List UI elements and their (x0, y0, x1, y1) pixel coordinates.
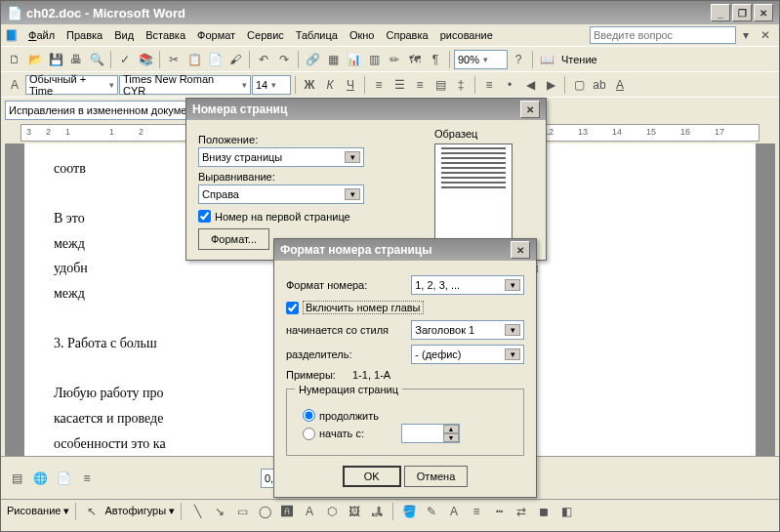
arrow-icon[interactable]: ↘ (210, 502, 229, 521)
preview-icon[interactable]: 🔍 (87, 50, 106, 69)
line-style-icon[interactable]: ≡ (467, 502, 486, 521)
alignment-combo[interactable]: Справа▾ (198, 184, 364, 204)
redo-icon[interactable]: ↷ (274, 50, 294, 69)
select-icon[interactable]: ↖ (82, 502, 102, 521)
research-icon[interactable]: 📚 (136, 50, 155, 69)
docmap-icon[interactable]: 🗺 (405, 50, 425, 69)
position-combo[interactable]: Внизу страницы▾ (198, 147, 364, 167)
highlight-icon[interactable]: ab (590, 75, 609, 95)
show-marks-icon[interactable]: ¶ (426, 50, 445, 69)
oval-icon[interactable]: ◯ (255, 502, 274, 521)
format-button[interactable]: Формат... (198, 228, 269, 250)
number-format-combo[interactable]: 1, 2, 3, ...▾ (411, 275, 524, 295)
dlg1-close-button[interactable]: ✕ (520, 101, 540, 118)
font-color-icon[interactable]: A (610, 75, 630, 95)
zoom-combo[interactable]: 90%▾ (454, 50, 508, 69)
ok-button[interactable]: OK (343, 466, 401, 487)
chapter-style-combo[interactable]: Заголовок 1▾ (411, 320, 524, 340)
include-chapter-checkbox[interactable] (286, 302, 299, 314)
align-left-icon[interactable]: ≡ (369, 75, 389, 95)
view-normal-icon[interactable]: ▤ (7, 469, 26, 488)
help-icon[interactable]: ? (509, 50, 528, 69)
diagram-icon[interactable]: ⬡ (322, 502, 342, 521)
picture-icon[interactable]: 🏞 (367, 502, 387, 521)
styles-pane-icon[interactable]: A (5, 75, 24, 95)
format-painter-icon[interactable]: 🖌 (226, 50, 245, 69)
help-search-input[interactable] (590, 26, 736, 44)
align-right-icon[interactable]: ≡ (410, 75, 430, 95)
open-icon[interactable]: 📂 (25, 50, 45, 69)
menu-help[interactable]: Справка (380, 27, 433, 43)
font-color2-icon[interactable]: A (444, 502, 464, 521)
continue-radio[interactable] (303, 409, 315, 422)
clipart-icon[interactable]: 🖼 (345, 502, 364, 521)
cancel-button[interactable]: Отмена (404, 466, 468, 487)
italic-icon[interactable]: К (320, 75, 340, 95)
separator-combo[interactable]: - (дефис)▾ (411, 345, 524, 364)
start-at-radio[interactable] (303, 428, 315, 440)
save-icon[interactable]: 💾 (46, 50, 65, 69)
drawing-menu[interactable]: Рисование ▾ (7, 505, 69, 517)
bullets-icon[interactable]: • (500, 75, 519, 95)
menu-format[interactable]: Формат (191, 27, 241, 43)
rect-icon[interactable]: ▭ (232, 502, 252, 521)
underline-icon[interactable]: Ч (341, 75, 360, 95)
bold-icon[interactable]: Ж (300, 75, 319, 95)
dlg2-close-button[interactable]: ✕ (511, 241, 530, 259)
numbering-icon[interactable]: ≡ (479, 75, 499, 95)
indent-icon[interactable]: ▶ (541, 75, 560, 95)
start-at-spinner[interactable]: ▲▼ (401, 424, 460, 443)
view-outline-icon[interactable]: ≡ (77, 469, 97, 488)
3d-icon[interactable]: ◧ (556, 502, 576, 521)
line-spacing-icon[interactable]: ‡ (451, 75, 471, 95)
first-page-checkbox[interactable] (198, 210, 211, 223)
fill-icon[interactable]: 🪣 (399, 502, 419, 521)
style-combo[interactable]: Обычный + Time▾ (25, 75, 118, 95)
autoshapes-menu[interactable]: Автофигуры ▾ (104, 505, 175, 517)
new-doc-icon[interactable]: 🗋 (5, 50, 24, 69)
drawing-toggle-icon[interactable]: ✏ (385, 50, 404, 69)
borders-icon[interactable]: ▢ (569, 75, 589, 95)
read-icon[interactable]: 📖 (537, 50, 556, 69)
menu-drawing[interactable]: рисование (434, 27, 499, 43)
menu-file[interactable]: Файл (22, 27, 61, 43)
menu-window[interactable]: Окно (344, 27, 381, 43)
copy-icon[interactable]: 📋 (185, 50, 204, 69)
menu-edit[interactable]: Правка (61, 27, 108, 43)
hyperlink-icon[interactable]: 🔗 (303, 50, 322, 69)
line-icon[interactable]: ╲ (187, 502, 207, 521)
main-menubar: 📘 Файл Правка Вид Вставка Формат Сервис … (1, 24, 779, 46)
align-center-icon[interactable]: ☰ (390, 75, 409, 95)
menu-view[interactable]: Вид (108, 27, 140, 43)
outdent-icon[interactable]: ◀ (520, 75, 540, 95)
paste-icon[interactable]: 📄 (205, 50, 225, 69)
excel-icon[interactable]: 📊 (344, 50, 363, 69)
arrow-style-icon[interactable]: ⇄ (512, 502, 531, 521)
textbox-icon[interactable]: 🅰 (277, 502, 297, 521)
view-print-icon[interactable]: 📄 (54, 469, 73, 488)
menu-table[interactable]: Таблица (290, 27, 344, 43)
display-review-combo[interactable]: Исправления в измененном докуме▾ (5, 101, 210, 120)
help-dropdown[interactable]: ▾ (736, 25, 756, 45)
justify-icon[interactable]: ▤ (431, 75, 450, 95)
cut-icon[interactable]: ✂ (164, 50, 184, 69)
close-doc-button[interactable]: ✕ (756, 25, 775, 45)
menu-tools[interactable]: Сервис (241, 27, 290, 43)
size-combo[interactable]: 14▾ (252, 75, 291, 95)
font-combo[interactable]: Times New Roman CYR▾ (119, 75, 251, 95)
view-web-icon[interactable]: 🌐 (30, 469, 50, 488)
print-icon[interactable]: 🖶 (66, 50, 86, 69)
undo-icon[interactable]: ↶ (254, 50, 273, 69)
table-icon[interactable]: ▦ (323, 50, 343, 69)
reading-label[interactable]: Чтение (557, 54, 601, 65)
restore-button[interactable]: ❐ (732, 4, 752, 21)
close-button[interactable]: ✕ (754, 4, 773, 21)
spelling-icon[interactable]: ✓ (115, 50, 135, 69)
shadow-icon[interactable]: ◼ (534, 502, 554, 521)
columns-icon[interactable]: ▥ (364, 50, 384, 69)
wordart-icon[interactable]: A (300, 502, 319, 521)
dash-icon[interactable]: ┅ (489, 502, 509, 521)
line-color-icon[interactable]: ✎ (422, 502, 441, 521)
minimize-button[interactable]: _ (711, 4, 730, 21)
menu-insert[interactable]: Вставка (140, 27, 191, 43)
